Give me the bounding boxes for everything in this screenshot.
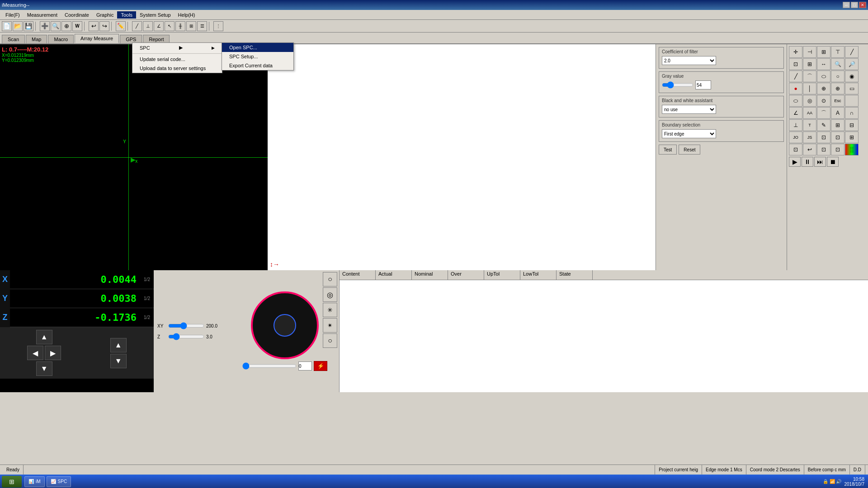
tool-plus-circle[interactable]: ⊕ (817, 83, 830, 94)
zoom-in-button[interactable]: 🔍 (51, 21, 61, 31)
tool-a-circle[interactable]: A (831, 107, 844, 119)
cam-input[interactable] (298, 361, 312, 371)
tool-aa[interactable]: AA (803, 107, 816, 119)
cam-btn-star2[interactable]: ✴ (323, 318, 337, 333)
circle-button[interactable]: ⊕ (61, 21, 71, 31)
minimize-button[interactable]: ─ (843, 2, 850, 8)
boundary-select[interactable]: First edge Last edge (662, 129, 716, 138)
menu-file[interactable]: File(F) (2, 11, 24, 19)
tool-line-seg[interactable]: ╱ (789, 70, 802, 82)
tool-grid[interactable]: ⊞ (186, 21, 196, 31)
tool-align-cross[interactable]: ⊞ (817, 46, 830, 58)
test-button[interactable]: Test (659, 145, 677, 155)
spc-export[interactable]: Export Current data (222, 61, 293, 70)
tool-measure2[interactable]: ⊙ (817, 95, 830, 107)
add-button[interactable]: ➕ (40, 21, 50, 31)
jog-down[interactable]: ▼ (36, 361, 52, 376)
tool-measure3[interactable]: ⊥ (789, 119, 802, 131)
tools-menu-spc[interactable]: SPC▶ (132, 43, 222, 52)
cam-btn-circle3[interactable]: ○ (323, 333, 337, 348)
tool-db2[interactable]: ⊡ (817, 144, 830, 155)
new-button[interactable]: 📄 (2, 21, 12, 31)
menu-measurement[interactable]: Measurement (24, 11, 61, 19)
workspace[interactable]: ↕→ (268, 44, 656, 270)
tool-db1[interactable]: ⊡ (789, 144, 802, 155)
gray-slider[interactable] (662, 82, 693, 88)
tab-macro[interactable]: Macro (48, 35, 74, 43)
tool-arc[interactable]: ⌒ (817, 107, 830, 119)
tool-js1[interactable]: JO (789, 131, 802, 143)
tab-scan[interactable]: Scan (2, 35, 25, 43)
tab-map[interactable]: Map (26, 35, 47, 43)
jog-right[interactable]: ▶ (45, 346, 61, 360)
tool-dots[interactable]: ⋮ (213, 21, 223, 31)
tool-zoom-mag[interactable]: ⊞ (803, 58, 816, 70)
menu-system-setup[interactable]: System Setup (136, 11, 174, 19)
tool-align-h[interactable]: ⊣ (803, 46, 816, 58)
tools-menu-upload[interactable]: Upload data to server settings (132, 64, 222, 73)
skip-button[interactable]: ⏭ (814, 157, 826, 167)
tool-circle-full[interactable]: ◉ (845, 70, 859, 82)
redo-button[interactable]: ↪ (99, 21, 109, 31)
play-button[interactable]: ▶ (789, 157, 801, 167)
tool-ellipse[interactable]: ⬭ (817, 70, 830, 82)
tool-filter[interactable]: ⊟ (845, 119, 859, 131)
tool-perp[interactable]: ⊥ (143, 21, 153, 31)
bw-select[interactable]: no use use (662, 105, 716, 114)
open-button[interactable]: 📂 (13, 21, 23, 31)
cam-btn-circle1[interactable]: ○ (323, 272, 337, 286)
maximize-button[interactable]: □ (851, 2, 858, 8)
cam-slider[interactable] (242, 362, 297, 370)
tool-multi[interactable]: ╫ (175, 21, 185, 31)
tool-align-v[interactable]: ⊤ (831, 46, 844, 58)
tool-table[interactable]: ⊞ (831, 119, 844, 131)
cam-btn-star1[interactable]: ✳ (323, 303, 337, 317)
reset-button[interactable]: Reset (679, 145, 700, 155)
menu-tools[interactable]: Tools (117, 11, 136, 19)
start-button[interactable]: ⊞ (2, 476, 22, 488)
menu-help[interactable]: Help(H) (175, 11, 199, 19)
pause-button[interactable]: ⏸ (802, 157, 813, 167)
tool-zoom-fit[interactable]: ↔ (817, 58, 830, 70)
tool-pc1[interactable]: ⊡ (817, 131, 830, 143)
tool-pc2[interactable]: ⊡ (831, 131, 844, 143)
tool-zoom-box[interactable]: ⊡ (789, 58, 802, 70)
tool-line[interactable]: ╱ (132, 21, 142, 31)
tool-undo2[interactable]: ↩ (803, 144, 816, 155)
undo-button[interactable]: ↩ (89, 21, 99, 31)
gray-input[interactable] (695, 80, 711, 89)
tool-cursor[interactable]: ↖ (165, 21, 175, 31)
tool-angle2[interactable]: ∠ (789, 107, 802, 119)
coeff-select[interactable]: 2.0 1.5 3.0 (662, 56, 716, 65)
tool-circle-outline[interactable]: ○ (831, 70, 844, 82)
edit-button[interactable]: ✏️ (116, 21, 126, 31)
tool-esc[interactable]: Esc (831, 95, 844, 107)
jog-up[interactable]: ▲ (36, 330, 52, 344)
tool-rect[interactable]: ▭ (845, 83, 859, 94)
cam-red-btn[interactable]: ⚡ (314, 361, 327, 371)
jog-z-down[interactable]: ▼ (110, 354, 127, 368)
tool-db3[interactable]: ⊡ (831, 144, 844, 155)
tool-measure-line[interactable]: │ (803, 83, 816, 94)
save-button[interactable]: 💾 (24, 21, 33, 31)
tool-plus-small[interactable]: ⊞ (845, 131, 859, 143)
close-button[interactable]: ✕ (859, 2, 866, 8)
tool-ellipse2[interactable]: ⬭ (789, 95, 802, 107)
tool-color[interactable]: ░ (845, 144, 859, 155)
cam-btn-circle2[interactable]: ◎ (323, 287, 337, 302)
taskbar-app-spc[interactable]: 📈 SPC (47, 476, 71, 487)
tool-diagonal[interactable]: ╱ (845, 46, 859, 58)
tool-circle2[interactable]: ◎ (803, 95, 816, 107)
tool-sym[interactable]: ∩ (845, 107, 859, 119)
tool-crosshair[interactable]: ✛ (789, 46, 802, 58)
jog-z-up[interactable]: ▲ (110, 338, 127, 352)
spc-open[interactable]: Open SPC... (222, 43, 293, 52)
tool-plus-cross[interactable]: ⊕ (831, 83, 844, 94)
tab-array-measure[interactable]: Array Measure (75, 34, 119, 43)
stop-button[interactable]: ⏹ (827, 157, 839, 167)
tool-zoom-out[interactable]: 🔎 (845, 58, 859, 70)
z-slider[interactable] (168, 333, 204, 340)
tool-edit2[interactable]: ✎ (817, 119, 830, 131)
tools-menu-update-serial[interactable]: Update serial code... (132, 55, 222, 64)
tool-t-measure[interactable]: T (803, 119, 816, 131)
